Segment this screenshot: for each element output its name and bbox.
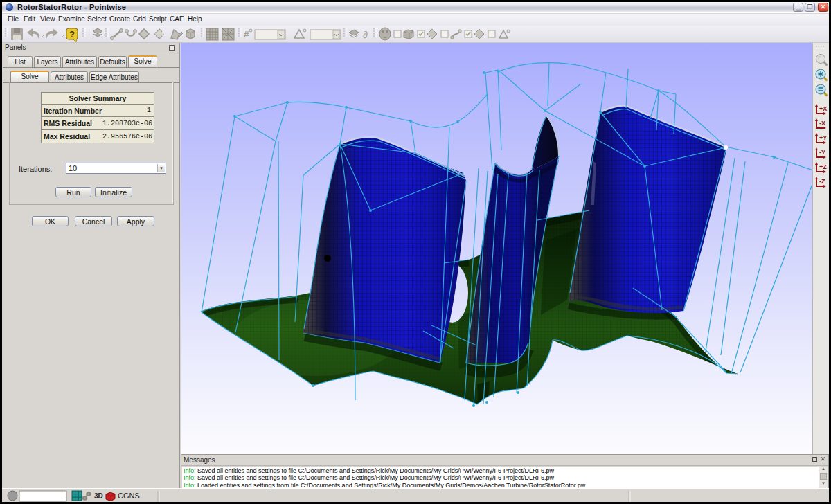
svg-text:3D: 3D bbox=[94, 492, 103, 500]
svg-text:+X: +X bbox=[819, 105, 827, 112]
svg-text:+Y: +Y bbox=[819, 134, 827, 141]
svg-text:+Z: +Z bbox=[819, 163, 827, 170]
svg-text:-Y: -Y bbox=[819, 149, 825, 156]
svg-text:-Z: -Z bbox=[819, 178, 825, 185]
svg-text:∂: ∂ bbox=[363, 29, 368, 40]
svg-text:?: ? bbox=[69, 29, 75, 39]
svg-text:-X: -X bbox=[819, 120, 825, 127]
svg-text:#: # bbox=[244, 29, 249, 39]
svg-text:CGNS: CGNS bbox=[118, 492, 140, 500]
